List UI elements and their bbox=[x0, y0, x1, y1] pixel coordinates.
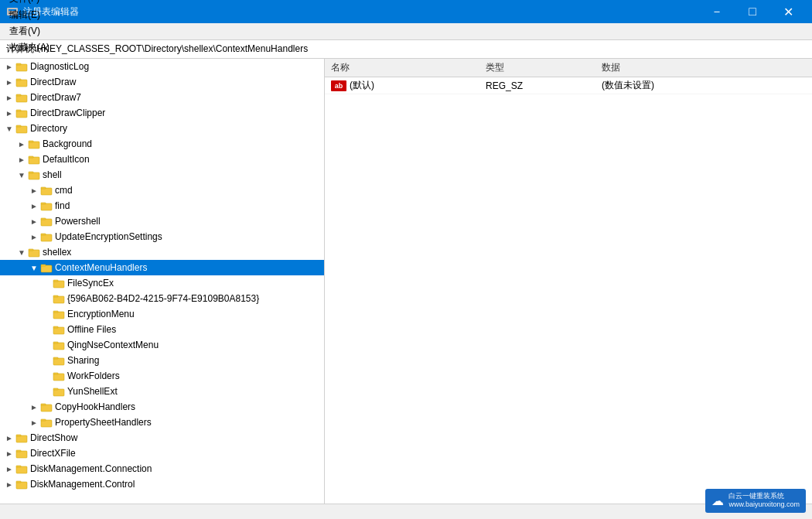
svg-rect-26 bbox=[41, 234, 52, 241]
expand-btn-ContextMenuHandlers[interactable]: ▼ bbox=[28, 261, 40, 274]
expand-btn-Powershell[interactable]: ► bbox=[28, 215, 40, 227]
expand-btn-QingNseContextMenu[interactable] bbox=[40, 339, 53, 351]
expand-btn-DirectXFile[interactable]: ► bbox=[3, 447, 15, 459]
expand-btn-find[interactable]: ► bbox=[28, 200, 40, 212]
folder-icon-DefaultIcon bbox=[28, 154, 40, 165]
tree-node-find[interactable]: ► find bbox=[0, 198, 324, 213]
tree-node-FileSyncEx[interactable]: FileSyncEx bbox=[0, 275, 324, 291]
watermark-logo: ☁ bbox=[711, 493, 724, 508]
svg-rect-11 bbox=[16, 110, 21, 111]
registry-tree[interactable]: ► DiagnosticLog► DirectDraw► DirectDraw7… bbox=[0, 59, 325, 504]
folder-icon-ContextMenuHandlers bbox=[40, 262, 53, 273]
expand-btn-cmd[interactable]: ► bbox=[28, 184, 40, 196]
folder-icon-DiagnosticLog bbox=[15, 61, 28, 72]
expand-btn-Directory[interactable]: ▼ bbox=[3, 122, 15, 135]
tree-node-DirectDrawClipper[interactable]: ► DirectDrawClipper bbox=[0, 105, 324, 121]
folder-icon-Directory bbox=[15, 123, 28, 134]
svg-rect-51 bbox=[41, 419, 46, 421]
tree-node-DiagnosticLog[interactable]: ► DiagnosticLog bbox=[0, 59, 324, 74]
menu-item-F[interactable]: 文件(F) bbox=[3, 0, 56, 7]
folder-icon-DirectShow bbox=[15, 432, 28, 443]
column-name[interactable]: 名称 bbox=[325, 59, 479, 77]
tree-node-shell[interactable]: ▼ shell bbox=[0, 167, 324, 183]
expand-btn-CopyHookHandlers[interactable]: ► bbox=[28, 401, 40, 413]
expand-btn-DiagnosticLog[interactable]: ► bbox=[3, 60, 15, 73]
folder-icon-WorkFolders bbox=[53, 370, 65, 381]
expand-btn-GUID1[interactable] bbox=[40, 292, 53, 305]
menu-item-E[interactable]: 编辑(E) bbox=[3, 7, 56, 23]
svg-rect-5 bbox=[16, 63, 21, 65]
svg-rect-9 bbox=[16, 94, 21, 96]
svg-rect-50 bbox=[41, 420, 52, 427]
tree-node-cmd[interactable]: ► cmd bbox=[0, 183, 324, 198]
tree-node-WorkFolders[interactable]: WorkFolders bbox=[0, 368, 324, 384]
node-label-PropertySheetHandlers: PropertySheetHandlers bbox=[55, 417, 152, 428]
tree-node-DirectDraw[interactable]: ► DirectDraw bbox=[0, 74, 324, 90]
expand-btn-shell[interactable]: ▼ bbox=[15, 169, 28, 181]
svg-rect-12 bbox=[16, 126, 27, 133]
expand-btn-DirectShow[interactable]: ► bbox=[3, 432, 15, 444]
expand-btn-DiskManagement.Connection[interactable]: ► bbox=[3, 463, 15, 475]
node-label-DiagnosticLog: DiagnosticLog bbox=[30, 61, 89, 72]
folder-icon-shell bbox=[28, 169, 40, 180]
table-row[interactable]: ab(默认)REG_SZ(数值未设置) bbox=[325, 77, 812, 94]
svg-rect-18 bbox=[29, 172, 39, 179]
expand-btn-FileSyncEx[interactable] bbox=[40, 277, 53, 289]
node-label-shellex: shellex bbox=[43, 247, 71, 258]
svg-rect-45 bbox=[53, 373, 58, 374]
expand-btn-DirectDrawClipper[interactable]: ► bbox=[3, 107, 15, 119]
menu-item-V[interactable]: 查看(V) bbox=[3, 23, 56, 39]
folder-icon-EncryptionMenu bbox=[53, 309, 65, 319]
watermark-line1: 白云一键重装系统 bbox=[728, 492, 800, 501]
column-data[interactable]: 数据 bbox=[595, 59, 812, 77]
tree-node-EncryptionMenu[interactable]: EncryptionMenu bbox=[0, 306, 324, 322]
expand-btn-EncryptionMenu[interactable] bbox=[40, 308, 53, 320]
folder-icon-find bbox=[40, 200, 53, 211]
node-label-DirectShow: DirectShow bbox=[30, 432, 77, 443]
column-type[interactable]: 类型 bbox=[479, 59, 595, 77]
close-button[interactable]: ✕ bbox=[770, 0, 806, 23]
svg-rect-55 bbox=[16, 450, 21, 452]
svg-rect-20 bbox=[41, 188, 52, 195]
expand-btn-DefaultIcon[interactable]: ► bbox=[15, 153, 28, 166]
expand-btn-YunShellExt[interactable] bbox=[40, 385, 53, 398]
expand-btn-shellex[interactable]: ▼ bbox=[15, 246, 28, 258]
expand-btn-Sharing[interactable] bbox=[40, 354, 53, 367]
tree-node-Background[interactable]: ► Background bbox=[0, 136, 324, 152]
tree-node-ContextMenuHandlers[interactable]: ▼ ContextMenuHandlers bbox=[0, 260, 324, 275]
tree-node-DefaultIcon[interactable]: ► DefaultIcon bbox=[0, 152, 324, 167]
tree-node-YunShellExt[interactable]: YunShellExt bbox=[0, 384, 324, 399]
tree-node-UpdateEncryptionSettings[interactable]: ► UpdateEncryptionSettings bbox=[0, 229, 324, 244]
expand-btn-PropertySheetHandlers[interactable]: ► bbox=[28, 416, 40, 429]
tree-node-Directory[interactable]: ▼ Directory bbox=[0, 121, 324, 136]
tree-node-DirectShow[interactable]: ► DirectShow bbox=[0, 430, 324, 446]
tree-node-GUID1[interactable]: {596AB062-B4D2-4215-9F74-E9109B0A8153} bbox=[0, 291, 324, 306]
node-label-QingNseContextMenu: QingNseContextMenu bbox=[67, 340, 159, 350]
tree-node-CopyHookHandlers[interactable]: ► CopyHookHandlers bbox=[0, 399, 324, 415]
folder-icon-DiskManagement.Control bbox=[15, 479, 28, 490]
expand-btn-Background[interactable]: ► bbox=[15, 138, 28, 150]
tree-node-DirectXFile[interactable]: ► DirectXFile bbox=[0, 446, 324, 461]
tree-node-Powershell[interactable]: ► Powershell bbox=[0, 213, 324, 229]
svg-rect-21 bbox=[41, 187, 46, 189]
expand-btn-WorkFolders[interactable] bbox=[40, 370, 53, 382]
expand-btn-DiskManagement.Control[interactable]: ► bbox=[3, 478, 15, 490]
tree-node-QingNseContextMenu[interactable]: QingNseContextMenu bbox=[0, 337, 324, 353]
svg-rect-19 bbox=[29, 172, 33, 173]
minimize-button[interactable]: － bbox=[699, 0, 735, 23]
maximize-button[interactable]: □ bbox=[735, 0, 770, 23]
expand-btn-OfflineFiles[interactable] bbox=[40, 323, 53, 336]
expand-btn-DirectDraw[interactable]: ► bbox=[3, 76, 15, 88]
tree-node-DirectDraw7[interactable]: ► DirectDraw7 bbox=[0, 90, 324, 105]
tree-node-DiskManagement.Connection[interactable]: ► DiskManagement.Connection bbox=[0, 461, 324, 476]
tree-node-Sharing[interactable]: Sharing bbox=[0, 353, 324, 368]
expand-btn-DirectDraw7[interactable]: ► bbox=[3, 91, 15, 104]
svg-rect-39 bbox=[53, 326, 58, 328]
tree-node-shellex[interactable]: ▼ shellex bbox=[0, 244, 324, 260]
tree-node-OfflineFiles[interactable]: Offline Files bbox=[0, 322, 324, 337]
expand-btn-UpdateEncryptionSettings[interactable]: ► bbox=[28, 230, 40, 243]
watermark-text: 白云一键重装系统 www.baiyunxitong.com bbox=[728, 492, 800, 510]
tree-node-DiskManagement.Control[interactable]: ► DiskManagement.Control bbox=[0, 476, 324, 492]
tree-node-PropertySheetHandlers[interactable]: ► PropertySheetHandlers bbox=[0, 415, 324, 430]
folder-icon-DirectDraw7 bbox=[15, 92, 28, 103]
